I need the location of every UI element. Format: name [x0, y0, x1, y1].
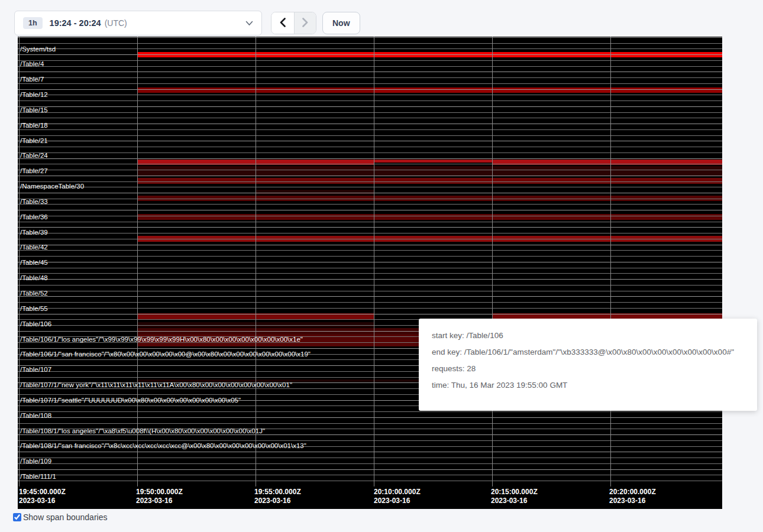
time-axis-label: 20:20:00.000Z2023-03-16 [609, 488, 656, 505]
span-boundary-line [18, 291, 722, 291]
span-boundary-line [18, 118, 722, 118]
span-boundary-line [18, 475, 722, 475]
key-span-label: /Table/106 [20, 320, 51, 328]
time-range-select[interactable]: 1h 19:24 - 20:24 (UTC) [14, 11, 262, 35]
span-boundary-line [18, 302, 722, 303]
key-span-label: /NamespaceTable/30 [20, 183, 84, 190]
time-range-text: 19:24 - 20:24 [50, 18, 101, 28]
time-gridline [610, 37, 611, 486]
key-span-label: /Table/45 [20, 259, 48, 267]
time-axis-label: 19:50:00.000Z2023-03-16 [136, 488, 183, 505]
span-boundary-line [18, 222, 722, 222]
span-boundary-line [18, 141, 722, 141]
time-axis-time: 19:55:00.000Z [254, 488, 301, 497]
span-boundary-line [18, 129, 722, 130]
key-span-label: /Table/107/1/"seattle"/"UUUUUUD\x00\x80\… [20, 397, 241, 404]
span-boundary-line [18, 411, 722, 412]
span-boundary-line [18, 268, 722, 268]
key-span-label: /Table/21 [20, 137, 48, 145]
time-axis-label: 20:10:00.000Z2023-03-16 [374, 488, 421, 505]
time-nav-group [271, 12, 316, 34]
heat-band [374, 160, 492, 163]
time-axis-date: 2023-03-16 [136, 497, 183, 505]
span-boundary-line [18, 279, 722, 280]
chevron-left-icon [279, 18, 286, 29]
span-boundary-line [18, 89, 722, 90]
key-span-label: /Table/39 [20, 229, 48, 236]
span-boundary-line [18, 176, 722, 176]
time-axis-date: 2023-03-16 [374, 497, 421, 505]
time-gridline [256, 37, 256, 486]
span-tooltip-line: requests: 28 [432, 364, 744, 373]
span-boundary-line [18, 458, 722, 458]
key-span-label: /Table/108 [20, 412, 51, 420]
key-span-label: /Table/36 [20, 213, 48, 221]
span-boundary-line [18, 440, 722, 441]
span-boundary-line [18, 54, 722, 55]
time-axis-time: 20:15:00.000Z [491, 488, 538, 497]
span-boundary-line [18, 60, 722, 61]
span-boundary-line [18, 250, 722, 251]
span-boundary-line [18, 452, 722, 452]
span-boundary-line [18, 153, 722, 153]
span-boundary-line [18, 245, 722, 245]
key-span-label: /Table/108/1/"los angeles"/"\xa8\xf5\u00… [20, 427, 265, 435]
time-axis-date: 2023-03-16 [609, 497, 656, 505]
heat-band [137, 166, 722, 176]
span-tooltip-line: start key: /Table/106 [432, 331, 744, 340]
span-boundary-line [18, 256, 722, 257]
time-axis-date: 2023-03-16 [254, 497, 301, 505]
span-boundary-line [18, 239, 722, 239]
span-boundary-line [18, 112, 722, 113]
span-boundary-line [18, 417, 722, 418]
key-span-label: /Table/108/1/"san francisco"/"\x8c\xcc\x… [20, 442, 306, 450]
span-boundary-line [18, 285, 722, 286]
span-boundary-line [18, 210, 722, 210]
time-axis-label: 19:45:00.000Z2023-03-16 [19, 488, 66, 505]
key-span-label: /Table/109 [20, 458, 51, 465]
time-gridline [137, 37, 138, 486]
span-boundary-line [18, 106, 722, 107]
key-visualizer-canvas[interactable]: /System/tsd/Table/4/Table/7/Table/12/Tab… [18, 37, 722, 509]
key-span-label: /Table/42 [20, 244, 48, 251]
key-span-label: /System/tsd [20, 46, 56, 53]
span-boundary-line [18, 181, 722, 182]
key-span-label: /Table/24 [20, 152, 48, 160]
span-boundary-line [18, 463, 722, 464]
prev-time-button[interactable] [271, 12, 294, 34]
span-boundary-line [18, 469, 722, 470]
key-span-label: /Table/106/1/"san francisco"/"\x80\x00\x… [20, 351, 311, 358]
span-boundary-line [18, 216, 722, 216]
span-boundary-line [18, 66, 722, 67]
time-axis-time: 19:45:00.000Z [19, 488, 66, 497]
time-range-duration-badge: 1h [23, 17, 43, 30]
time-axis-label: 19:55:00.000Z2023-03-16 [254, 488, 301, 505]
show-span-boundaries-checkbox[interactable] [13, 513, 21, 521]
key-span-label: /Table/15 [20, 106, 48, 114]
span-tooltip: start key: /Table/106end key: /Table/106… [419, 319, 757, 411]
span-boundary-line [18, 158, 722, 159]
span-tooltip-line: time: Thu, 16 Mar 2023 19:55:00 GMT [432, 381, 744, 390]
span-boundary-line [18, 77, 722, 78]
span-boundary-line [18, 423, 722, 424]
time-axis-time: 20:10:00.000Z [374, 488, 421, 497]
span-boundary-line [18, 273, 722, 274]
now-button[interactable]: Now [322, 12, 360, 34]
next-time-button[interactable] [294, 12, 316, 34]
span-boundary-line [18, 170, 722, 170]
time-axis-time: 19:50:00.000Z [136, 488, 183, 497]
heat-band [137, 214, 722, 220]
time-axis-date: 2023-03-16 [19, 497, 66, 505]
span-boundary-line [18, 481, 722, 481]
span-boundary-line [18, 227, 722, 228]
key-span-label: /Table/4 [20, 60, 44, 68]
span-tooltip-line: end key: /Table/106/1/"amsterdam"/"\xb33… [432, 348, 744, 356]
span-boundary-line [18, 164, 722, 164]
key-span-label: /Table/33 [20, 198, 48, 206]
span-boundary-line [18, 296, 722, 297]
span-boundary-line [18, 95, 722, 95]
key-span-label: /Table/55 [20, 305, 48, 313]
time-gridline [492, 37, 493, 486]
show-span-boundaries-option[interactable]: Show span boundaries [13, 512, 107, 522]
span-boundary-line [18, 204, 722, 205]
